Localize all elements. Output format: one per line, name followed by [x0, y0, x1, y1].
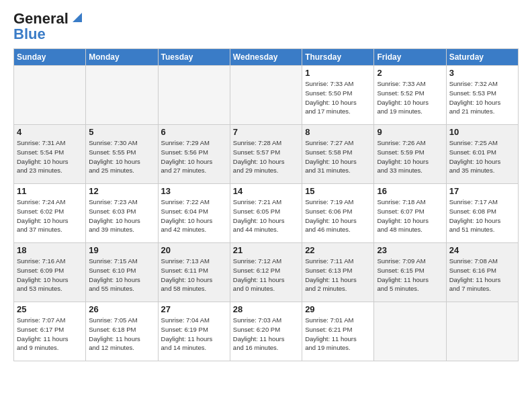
calendar-week-row: 18Sunrise: 7:16 AM Sunset: 6:09 PM Dayli… — [14, 243, 519, 302]
day-number: 9 — [377, 127, 443, 137]
day-number: 2 — [377, 68, 443, 78]
calendar-cell: 9Sunrise: 7:26 AM Sunset: 5:59 PM Daylig… — [374, 125, 446, 184]
calendar-week-row: 4Sunrise: 7:31 AM Sunset: 5:54 PM Daylig… — [14, 125, 519, 184]
day-number: 15 — [305, 186, 371, 196]
day-info: Sunrise: 7:17 AM Sunset: 6:08 PM Dayligh… — [449, 197, 515, 234]
day-number: 1 — [305, 68, 371, 78]
calendar-cell: 13Sunrise: 7:22 AM Sunset: 6:04 PM Dayli… — [158, 184, 230, 243]
day-info: Sunrise: 7:25 AM Sunset: 6:01 PM Dayligh… — [449, 138, 515, 175]
day-number: 23 — [377, 245, 443, 255]
calendar-cell: 1Sunrise: 7:33 AM Sunset: 5:50 PM Daylig… — [302, 66, 374, 125]
calendar-cell: 2Sunrise: 7:33 AM Sunset: 5:52 PM Daylig… — [374, 66, 446, 125]
calendar-cell — [230, 66, 302, 125]
col-header-sunday: Sunday — [14, 49, 86, 66]
day-info: Sunrise: 7:24 AM Sunset: 6:02 PM Dayligh… — [17, 197, 83, 234]
col-header-monday: Monday — [86, 49, 158, 66]
calendar-cell: 21Sunrise: 7:12 AM Sunset: 6:12 PM Dayli… — [230, 243, 302, 302]
calendar: SundayMondayTuesdayWednesdayThursdayFrid… — [13, 48, 519, 361]
calendar-cell: 24Sunrise: 7:08 AM Sunset: 6:16 PM Dayli… — [446, 243, 518, 302]
calendar-cell: 10Sunrise: 7:25 AM Sunset: 6:01 PM Dayli… — [446, 125, 518, 184]
day-info: Sunrise: 7:15 AM Sunset: 6:10 PM Dayligh… — [89, 257, 154, 293]
calendar-cell: 20Sunrise: 7:13 AM Sunset: 6:11 PM Dayli… — [158, 243, 230, 302]
logo-text: General — [13, 11, 69, 27]
calendar-cell: 15Sunrise: 7:19 AM Sunset: 6:06 PM Dayli… — [302, 184, 374, 243]
day-number: 20 — [161, 245, 227, 255]
calendar-cell: 22Sunrise: 7:11 AM Sunset: 6:13 PM Dayli… — [302, 243, 374, 302]
calendar-cell: 8Sunrise: 7:27 AM Sunset: 5:58 PM Daylig… — [302, 125, 374, 184]
logo-blue: Blue — [13, 26, 46, 43]
day-info: Sunrise: 7:19 AM Sunset: 6:06 PM Dayligh… — [305, 197, 371, 234]
day-info: Sunrise: 7:16 AM Sunset: 6:09 PM Dayligh… — [17, 257, 83, 293]
calendar-cell: 11Sunrise: 7:24 AM Sunset: 6:02 PM Dayli… — [14, 184, 86, 243]
calendar-cell: 26Sunrise: 7:05 AM Sunset: 6:18 PM Dayli… — [86, 302, 158, 361]
day-number: 12 — [89, 186, 154, 196]
day-info: Sunrise: 7:33 AM Sunset: 5:52 PM Dayligh… — [377, 79, 443, 116]
calendar-cell — [374, 302, 446, 361]
day-number: 22 — [305, 245, 371, 255]
day-number: 3 — [449, 68, 515, 78]
calendar-cell — [86, 66, 158, 125]
calendar-cell: 7Sunrise: 7:28 AM Sunset: 5:57 PM Daylig… — [230, 125, 302, 184]
day-info: Sunrise: 7:27 AM Sunset: 5:58 PM Dayligh… — [305, 138, 371, 175]
calendar-cell: 17Sunrise: 7:17 AM Sunset: 6:08 PM Dayli… — [446, 184, 518, 243]
day-info: Sunrise: 7:08 AM Sunset: 6:16 PM Dayligh… — [449, 257, 515, 293]
calendar-cell: 28Sunrise: 7:03 AM Sunset: 6:20 PM Dayli… — [230, 302, 302, 361]
day-info: Sunrise: 7:31 AM Sunset: 5:54 PM Dayligh… — [17, 138, 83, 175]
day-info: Sunrise: 7:28 AM Sunset: 5:57 PM Dayligh… — [233, 138, 299, 175]
day-number: 17 — [449, 186, 515, 196]
header: General Blue — [13, 11, 519, 43]
calendar-cell: 4Sunrise: 7:31 AM Sunset: 5:54 PM Daylig… — [14, 125, 86, 184]
day-number: 25 — [17, 304, 83, 314]
day-number: 5 — [89, 127, 154, 137]
day-info: Sunrise: 7:30 AM Sunset: 5:55 PM Dayligh… — [89, 138, 154, 175]
day-info: Sunrise: 7:07 AM Sunset: 6:17 PM Dayligh… — [17, 316, 83, 353]
day-info: Sunrise: 7:13 AM Sunset: 6:11 PM Dayligh… — [161, 257, 227, 293]
calendar-cell — [446, 302, 518, 361]
calendar-cell: 12Sunrise: 7:23 AM Sunset: 6:03 PM Dayli… — [86, 184, 158, 243]
col-header-saturday: Saturday — [446, 49, 518, 66]
day-number: 11 — [17, 186, 83, 196]
day-info: Sunrise: 7:04 AM Sunset: 6:19 PM Dayligh… — [161, 316, 227, 353]
calendar-cell: 18Sunrise: 7:16 AM Sunset: 6:09 PM Dayli… — [14, 243, 86, 302]
day-info: Sunrise: 7:22 AM Sunset: 6:04 PM Dayligh… — [161, 197, 227, 234]
calendar-cell — [158, 66, 230, 125]
calendar-cell: 23Sunrise: 7:09 AM Sunset: 6:15 PM Dayli… — [374, 243, 446, 302]
col-header-tuesday: Tuesday — [158, 49, 230, 66]
day-number: 19 — [89, 245, 154, 255]
col-header-wednesday: Wednesday — [230, 49, 302, 66]
svg-marker-0 — [73, 13, 82, 22]
day-number: 6 — [161, 127, 227, 137]
calendar-cell: 27Sunrise: 7:04 AM Sunset: 6:19 PM Dayli… — [158, 302, 230, 361]
calendar-cell: 6Sunrise: 7:29 AM Sunset: 5:56 PM Daylig… — [158, 125, 230, 184]
day-info: Sunrise: 7:26 AM Sunset: 5:59 PM Dayligh… — [377, 138, 443, 175]
day-info: Sunrise: 7:09 AM Sunset: 6:15 PM Dayligh… — [377, 257, 443, 293]
page: General Blue SundayMondayTuesdayWednesda… — [0, 0, 532, 411]
day-number: 28 — [233, 304, 299, 314]
calendar-cell: 19Sunrise: 7:15 AM Sunset: 6:10 PM Dayli… — [86, 243, 158, 302]
calendar-cell: 3Sunrise: 7:32 AM Sunset: 5:53 PM Daylig… — [446, 66, 518, 125]
day-number: 10 — [449, 127, 515, 137]
day-number: 7 — [233, 127, 299, 137]
day-info: Sunrise: 7:01 AM Sunset: 6:21 PM Dayligh… — [305, 316, 371, 353]
logo: General Blue — [13, 11, 85, 43]
day-number: 16 — [377, 186, 443, 196]
calendar-header-row: SundayMondayTuesdayWednesdayThursdayFrid… — [14, 49, 519, 66]
logo-icon — [70, 10, 85, 25]
calendar-cell: 16Sunrise: 7:18 AM Sunset: 6:07 PM Dayli… — [374, 184, 446, 243]
calendar-cell: 25Sunrise: 7:07 AM Sunset: 6:17 PM Dayli… — [14, 302, 86, 361]
day-number: 27 — [161, 304, 227, 314]
day-number: 8 — [305, 127, 371, 137]
day-number: 26 — [89, 304, 154, 314]
day-info: Sunrise: 7:29 AM Sunset: 5:56 PM Dayligh… — [161, 138, 227, 175]
day-info: Sunrise: 7:05 AM Sunset: 6:18 PM Dayligh… — [89, 316, 154, 353]
calendar-cell — [14, 66, 86, 125]
day-number: 29 — [305, 304, 371, 314]
day-info: Sunrise: 7:21 AM Sunset: 6:05 PM Dayligh… — [233, 197, 299, 234]
calendar-week-row: 25Sunrise: 7:07 AM Sunset: 6:17 PM Dayli… — [14, 302, 519, 361]
day-info: Sunrise: 7:32 AM Sunset: 5:53 PM Dayligh… — [449, 79, 515, 116]
day-info: Sunrise: 7:23 AM Sunset: 6:03 PM Dayligh… — [89, 197, 154, 234]
col-header-thursday: Thursday — [302, 49, 374, 66]
calendar-cell: 29Sunrise: 7:01 AM Sunset: 6:21 PM Dayli… — [302, 302, 374, 361]
day-number: 13 — [161, 186, 227, 196]
day-number: 21 — [233, 245, 299, 255]
